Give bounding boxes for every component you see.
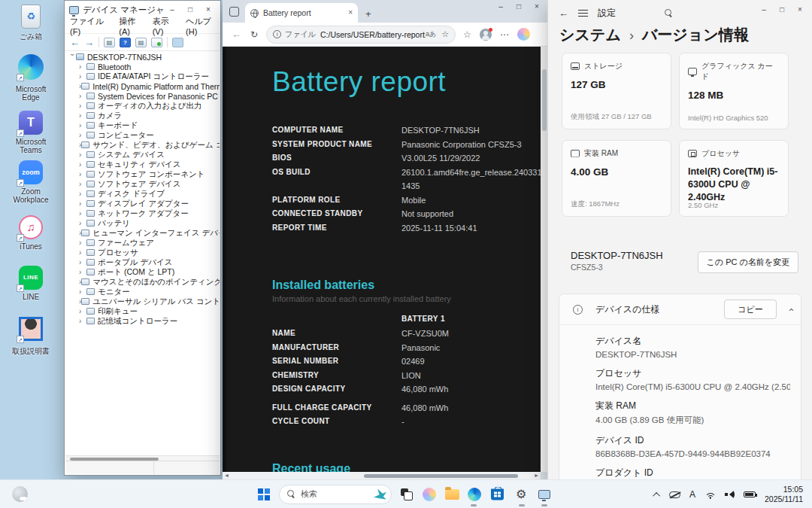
expand-chevron-icon[interactable] (79, 239, 86, 247)
new-tab-button[interactable] (365, 9, 371, 19)
microsoft-store-button[interactable] (491, 488, 504, 500)
page-info-icon[interactable]: i (273, 30, 281, 38)
copy-button[interactable]: コピー (724, 300, 777, 319)
search-icon[interactable] (665, 9, 673, 17)
device-category-row[interactable]: コンピューター (65, 130, 220, 140)
device-category-row[interactable]: ファームウェア (65, 238, 220, 248)
expand-chevron-icon[interactable] (79, 63, 86, 71)
expand-chevron-icon[interactable] (79, 200, 86, 208)
device-category-row[interactable]: ポータブル デバイス (65, 257, 220, 267)
device-category-row[interactable]: ソフトウェア コンポーネント (65, 169, 220, 179)
settings-button[interactable] (516, 488, 526, 500)
device-category-row[interactable]: 印刷キュー (65, 306, 220, 316)
desktop-icon-line[interactable]: LINE↗ LINE (8, 265, 54, 301)
expand-chevron-icon[interactable] (79, 161, 86, 169)
back-button[interactable] (232, 29, 241, 39)
collapse-chevron-icon[interactable] (68, 53, 76, 61)
expand-chevron-icon[interactable] (79, 132, 86, 139)
more-menu-icon[interactable] (500, 30, 509, 39)
address-bar[interactable]: i ファイル C:/Users/USER/battery-report.html… (266, 26, 456, 44)
device-category-row[interactable]: ネットワーク アダプター (65, 208, 220, 218)
favorites-bar-icon[interactable] (463, 30, 471, 39)
show-console-tree-icon[interactable]: ▤ (104, 38, 115, 47)
device-category-row[interactable]: キーボード (65, 120, 220, 130)
hamburger-menu-icon[interactable] (578, 10, 588, 17)
ime-mode-indicator[interactable]: A (689, 489, 695, 500)
scan-hardware-changes-icon[interactable] (151, 38, 162, 47)
rename-pc-button[interactable]: この PC の名前を変更 (698, 251, 798, 273)
expand-chevron-icon[interactable] (79, 220, 86, 227)
expand-chevron-icon[interactable] (79, 318, 86, 325)
properties-icon[interactable]: ▤ (135, 38, 147, 47)
device-monitor-icon[interactable] (172, 38, 183, 47)
expander-header[interactable]: i デバイスの仕様 コピー (559, 294, 801, 324)
minimize-button[interactable] (755, 2, 773, 18)
device-category-row[interactable]: Intel(R) Dynamic Platform and Thermal Fr… (65, 81, 220, 91)
desktop-icon-teams[interactable]: T↗ Microsoft Teams (8, 110, 54, 154)
device-category-row[interactable]: System Devices for Panasonic PC (65, 91, 220, 101)
task-view-button[interactable] (401, 488, 413, 500)
close-button[interactable] (528, 3, 546, 11)
expand-chevron-icon[interactable] (79, 259, 86, 266)
maximize-button[interactable] (773, 2, 791, 18)
scroll-right-arrow-icon[interactable]: ► (534, 473, 539, 478)
wifi-icon[interactable] (704, 491, 716, 499)
device-category-row[interactable]: カメラ (65, 111, 220, 120)
taskbar-search[interactable]: 検索 (279, 485, 392, 504)
reload-button[interactable] (250, 30, 258, 39)
translate-icon[interactable]: aあ (426, 29, 436, 39)
close-button[interactable] (199, 6, 217, 14)
menu-item[interactable]: 操作(A) (119, 16, 144, 36)
expand-chevron-icon[interactable] (79, 308, 86, 315)
help-icon[interactable]: ? (120, 38, 131, 47)
cloud-slash-icon[interactable] (669, 491, 680, 498)
menu-item[interactable]: 表示(V) (153, 16, 178, 36)
workspaces-icon[interactable] (229, 7, 239, 17)
device-category-row[interactable]: IDE ATA/ATAPI コントローラー (65, 71, 220, 81)
device-category-row[interactable]: ユニバーサル シリアル バス コントローラー (65, 297, 220, 306)
menu-item[interactable]: ヘルプ(H) (186, 16, 220, 36)
device-category-row[interactable]: 記憶域コントローラー (65, 316, 220, 326)
expand-chevron-icon[interactable] (79, 249, 86, 257)
expand-chevron-icon[interactable] (79, 122, 86, 129)
back-icon[interactable] (70, 38, 80, 47)
expand-chevron-icon[interactable] (79, 151, 86, 159)
device-category-row[interactable]: ソフトウェア デバイス (65, 179, 220, 189)
device-manager-button[interactable] (538, 490, 550, 499)
minimize-button[interactable] (163, 6, 181, 14)
maximize-button[interactable] (181, 6, 199, 14)
desktop-icon-custom[interactable]: ↗ 取扱説明書 (8, 316, 54, 355)
device-category-row[interactable]: バッテリ (65, 218, 220, 228)
collapse-chevron-icon[interactable] (785, 308, 795, 311)
forward-icon[interactable] (84, 38, 94, 47)
device-category-row[interactable]: セキュリティ デバイス (65, 160, 220, 169)
expand-chevron-icon[interactable] (79, 93, 86, 100)
expand-chevron-icon[interactable] (79, 73, 86, 81)
device-category-row[interactable]: マウスとそのほかのポインティング デバイス (65, 277, 220, 287)
favorite-star-icon[interactable] (441, 30, 449, 38)
scrollbar-thumb[interactable] (364, 474, 518, 478)
tree-root-row[interactable]: DESKTOP-7TN6JSH (65, 52, 220, 62)
horizontal-scrollbar[interactable]: ◄ ► (223, 472, 541, 479)
browser-tab[interactable]: Battery report (245, 3, 358, 23)
expand-chevron-icon[interactable] (79, 210, 86, 217)
desktop-icon-recycle-bin[interactable]: ごみ箱 (8, 5, 54, 41)
file-explorer-button[interactable] (445, 489, 459, 500)
device-category-row[interactable]: ヒューマン インターフェイス デバイス (65, 228, 220, 238)
edge-button[interactable] (468, 488, 481, 501)
device-category-row[interactable]: モニター (65, 287, 220, 297)
desktop-icon-edge[interactable]: ↗ Microsoft Edge (8, 54, 54, 102)
volume-icon[interactable] (725, 491, 735, 498)
device-category-row[interactable]: プロセッサ (65, 248, 220, 257)
expand-chevron-icon[interactable] (79, 190, 86, 198)
profile-avatar[interactable] (480, 29, 492, 41)
maximize-button[interactable] (510, 3, 528, 11)
expand-chevron-icon[interactable] (79, 112, 86, 120)
scrollbar-thumb[interactable] (542, 69, 547, 131)
start-button[interactable] (258, 488, 270, 500)
tab-close-icon[interactable] (348, 9, 353, 17)
back-button[interactable] (559, 8, 568, 18)
close-button[interactable] (791, 2, 809, 18)
clock[interactable]: 15:05 2025/11/11 (765, 485, 803, 504)
copilot-button[interactable] (423, 488, 436, 501)
